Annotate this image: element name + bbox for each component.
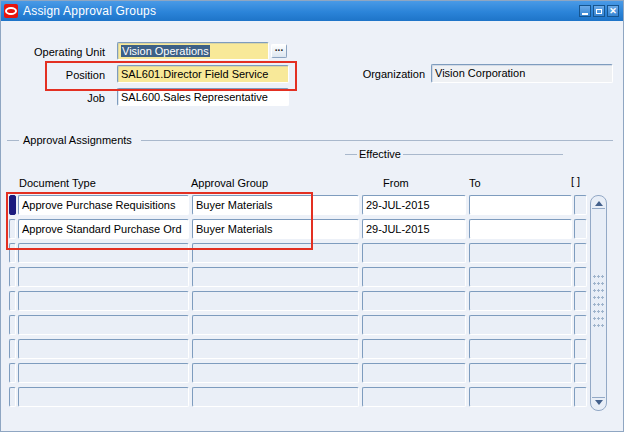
effective-from-cell[interactable] [362,387,466,407]
assign-approval-groups-window: Assign Approval Groups ✕ Operating Unit … [0,0,624,432]
operating-unit-field[interactable]: Vision Operations [117,42,269,60]
effective-from-cell[interactable] [362,243,466,263]
section-frame-line [141,140,613,141]
flag-cell[interactable] [574,315,587,335]
close-icon: ✕ [609,6,617,15]
table-row [9,339,587,359]
record-indicator[interactable] [9,195,16,215]
assignments-table: Approve Purchase Requisitions Buyer Mate… [9,195,587,411]
flag-cell[interactable] [574,363,587,383]
effective-to-cell[interactable] [469,243,572,263]
flag-cell[interactable] [574,339,587,359]
approval-group-cell[interactable] [192,267,359,287]
table-row [9,387,587,407]
effective-to-cell[interactable] [469,315,572,335]
effective-frame-line [345,154,357,155]
effective-to-cell[interactable] [469,339,572,359]
document-type-cell[interactable] [18,315,189,335]
table-row [9,363,587,383]
effective-to-cell[interactable] [469,387,572,407]
section-frame-line [7,140,19,141]
flag-column-header: [ ] [571,175,580,187]
maximize-button[interactable] [593,5,605,17]
document-type-cell[interactable] [18,291,189,311]
approval-group-cell[interactable]: Buyer Materials [192,195,359,215]
scrollbar-thumb[interactable] [592,208,605,398]
approval-group-cell[interactable] [192,243,359,263]
maximize-icon [596,9,602,14]
from-header: From [383,177,409,189]
effective-frame-line [403,154,563,155]
approval-group-cell[interactable] [192,291,359,311]
table-row: Approve Standard Purchase Ord Buyer Mate… [9,219,587,239]
record-indicator[interactable] [9,339,16,359]
operating-unit-label: Operating Unit [7,46,105,58]
operating-unit-selected-text: Vision Operations [121,45,210,57]
approval-group-cell[interactable] [192,363,359,383]
oracle-logo-icon [4,4,18,18]
window-title: Assign Approval Groups [23,4,156,18]
position-field[interactable]: SAL601.Director Field Service [117,65,289,83]
approval-group-cell[interactable] [192,339,359,359]
close-button[interactable]: ✕ [607,5,619,17]
to-header: To [469,177,481,189]
effective-to-cell[interactable] [469,195,572,215]
table-row: Approve Purchase Requisitions Buyer Mate… [9,195,587,215]
scroll-down-icon[interactable] [595,400,603,405]
document-type-header: Document Type [19,177,96,189]
document-type-cell[interactable]: Approve Purchase Requisitions [18,195,189,215]
table-vertical-scrollbar[interactable] [590,195,607,411]
effective-from-cell[interactable]: 29-JUL-2015 [362,219,466,239]
effective-from-cell[interactable] [362,291,466,311]
organization-label: Organization [345,68,425,80]
record-indicator[interactable] [9,315,16,335]
record-indicator[interactable] [9,387,16,407]
flag-cell[interactable] [574,387,587,407]
effective-from-cell[interactable] [362,363,466,383]
approval-assignments-section-label: Approval Assignments [23,134,132,146]
effective-group-label: Effective [359,148,401,160]
effective-from-cell[interactable] [362,339,466,359]
table-row [9,291,587,311]
approval-group-cell[interactable]: Buyer Materials [192,219,359,239]
effective-to-cell[interactable] [469,219,572,239]
job-label: Job [7,92,105,104]
flag-cell[interactable] [574,219,587,239]
table-row [9,315,587,335]
record-indicator[interactable] [9,267,16,287]
approval-group-cell[interactable] [192,315,359,335]
document-type-cell[interactable] [18,339,189,359]
record-indicator[interactable] [9,219,16,239]
flag-cell[interactable] [574,243,587,263]
scroll-up-icon[interactable] [595,201,603,206]
position-label: Position [7,69,105,81]
effective-to-cell[interactable] [469,267,572,287]
table-row [9,243,587,263]
approval-group-cell[interactable] [192,387,359,407]
document-type-cell[interactable] [18,243,189,263]
document-type-cell[interactable]: Approve Standard Purchase Ord [18,219,189,239]
effective-to-cell[interactable] [469,363,572,383]
record-indicator[interactable] [9,363,16,383]
flag-cell[interactable] [574,291,587,311]
effective-to-cell[interactable] [469,291,572,311]
minimize-icon [582,13,588,15]
minimize-button[interactable] [579,5,591,17]
approval-group-header: Approval Group [191,177,268,189]
table-row [9,267,587,287]
scrollbar-grip-dots [593,275,605,331]
flag-cell[interactable] [574,195,587,215]
flag-cell[interactable] [574,267,587,287]
record-indicator[interactable] [9,243,16,263]
organization-field[interactable]: Vision Corporation [431,64,613,83]
effective-from-cell[interactable] [362,315,466,335]
titlebar[interactable]: Assign Approval Groups ✕ [1,1,624,21]
effective-from-cell[interactable] [362,267,466,287]
record-indicator[interactable] [9,291,16,311]
document-type-cell[interactable] [18,387,189,407]
document-type-cell[interactable] [18,267,189,287]
effective-from-cell[interactable]: 29-JUL-2015 [362,195,466,215]
document-type-cell[interactable] [18,363,189,383]
operating-unit-lov-button[interactable]: ... [271,44,287,58]
job-field[interactable]: SAL600.Sales Representative [117,88,289,106]
